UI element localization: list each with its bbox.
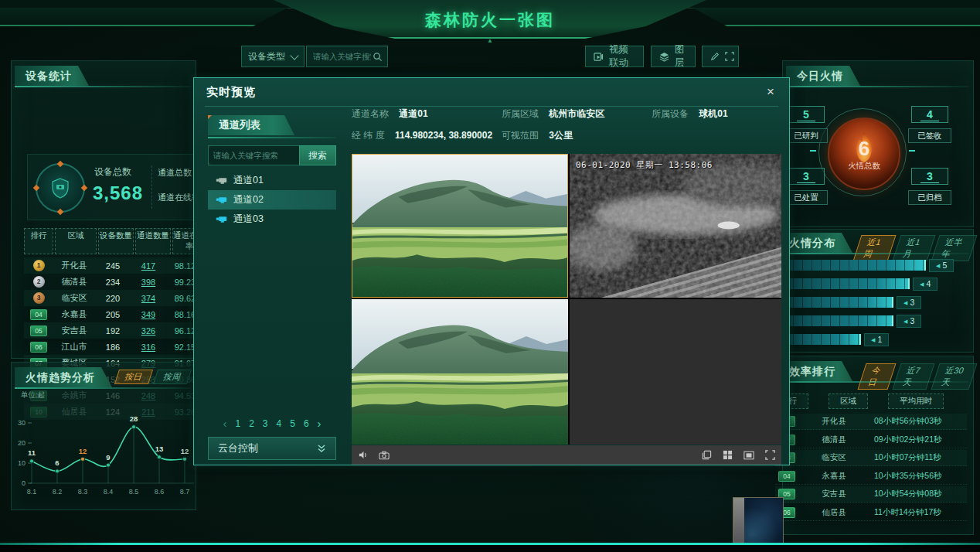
speaker-icon[interactable] bbox=[358, 450, 368, 460]
landscape-video bbox=[352, 299, 568, 445]
efficiency-row[interactable]: 06仙居县11小时14分钟17秒 bbox=[775, 505, 967, 521]
channels-link[interactable]: 374 bbox=[131, 294, 166, 303]
channels-link[interactable]: 349 bbox=[131, 310, 166, 319]
efficiency-row[interactable]: 01开化县08小时56分钟03秒 bbox=[775, 414, 967, 430]
bar-value: 3 bbox=[910, 298, 914, 307]
efficiency-tab-0[interactable]: 今日 bbox=[857, 363, 896, 390]
devices-cell: 192 bbox=[95, 326, 131, 336]
distribution-tab-1[interactable]: 近1月 bbox=[892, 235, 935, 261]
bar-value-chip: ◀3 bbox=[897, 315, 921, 328]
avg-time-cell: 11小时14分钟17秒 bbox=[869, 507, 967, 518]
distribution-bar-row: ◀3 bbox=[775, 296, 921, 308]
efficiency-row[interactable]: 04永嘉县10小时35分钟56秒 bbox=[775, 469, 967, 485]
channels-link[interactable]: 417 bbox=[131, 261, 166, 271]
region-cell: 江山市 bbox=[53, 341, 95, 353]
video-grid: 06-01-2020 星期一 13:58:06 bbox=[352, 154, 781, 445]
prev-page-icon[interactable]: ‹ bbox=[223, 417, 226, 430]
rank-cell: 3 bbox=[24, 292, 53, 304]
video-cell-landscape-2[interactable] bbox=[352, 299, 568, 445]
efficiency-row[interactable]: 02德清县09小时02分钟21秒 bbox=[775, 432, 967, 448]
ptz-control-bar[interactable]: 云台控制 bbox=[208, 437, 336, 460]
channels-link[interactable]: 316 bbox=[131, 342, 166, 352]
grid-view-icon[interactable] bbox=[723, 450, 733, 460]
minimap-thumbnail[interactable] bbox=[733, 497, 784, 543]
info-device: 所属设备 球机01 bbox=[652, 107, 728, 121]
page-number[interactable]: 6 bbox=[304, 418, 309, 429]
video-linkage-label: 视频联动 bbox=[609, 43, 635, 70]
page-number[interactable]: 4 bbox=[277, 418, 282, 429]
efficiency-row[interactable]: 03临安区10小时07分钟11秒 bbox=[775, 450, 967, 466]
video-timestamp: 06-01-2020 星期一 13:58:06 bbox=[576, 159, 713, 171]
region-cell: 开化县 bbox=[53, 260, 95, 271]
page-number[interactable]: 5 bbox=[290, 418, 295, 429]
next-page-icon[interactable]: › bbox=[318, 417, 322, 430]
devices-cell: 245 bbox=[95, 261, 131, 271]
bar-value: 3 bbox=[910, 316, 914, 325]
map-search-box[interactable] bbox=[306, 46, 388, 67]
table-row[interactable]: 1开化县24541798.12% bbox=[24, 257, 206, 274]
device-type-select[interactable]: 设备类型 bbox=[241, 46, 305, 67]
efficiency-tab-2[interactable]: 近30天 bbox=[931, 363, 978, 390]
trend-tab-0[interactable]: 按日 bbox=[114, 370, 153, 384]
fire-stat: 5已研判 bbox=[784, 106, 828, 143]
distribution-tab-2[interactable]: 近半年 bbox=[931, 235, 978, 261]
fire-stat: 3已处置 bbox=[784, 168, 828, 205]
search-icon[interactable] bbox=[373, 52, 383, 62]
trend-line-chart: 01020308.18.28.38.48.58.68.7116129281312 bbox=[12, 401, 197, 503]
distribution-bar-row: ◀4 bbox=[775, 278, 937, 290]
map-search-input[interactable] bbox=[311, 51, 373, 62]
devices-cell: 234 bbox=[95, 278, 131, 287]
distribution-tab-0[interactable]: 近1周 bbox=[852, 235, 896, 261]
channel-item[interactable]: 通道03 bbox=[208, 210, 336, 229]
device-stats-card: 设备总数 3,568 通道总数 6,085 通道在线率 98.12% bbox=[27, 154, 206, 220]
close-all-icon[interactable] bbox=[702, 450, 712, 460]
double-chevron-down-icon bbox=[317, 444, 326, 453]
search-button[interactable]: 搜索 bbox=[299, 145, 336, 165]
live-preview-modal: 实时预览 × 通道列表 搜索 通道01通道02通道03 ‹123456› 云台控… bbox=[193, 77, 790, 465]
svg-text:9: 9 bbox=[106, 453, 110, 462]
page-number[interactable]: 2 bbox=[249, 418, 254, 429]
snapshot-camera-icon[interactable] bbox=[379, 451, 390, 460]
svg-text:12: 12 bbox=[79, 447, 87, 455]
video-linkage-button[interactable]: 视频联动 bbox=[585, 46, 644, 67]
trend-tabs: 按日按周 bbox=[117, 370, 189, 384]
channels-link[interactable]: 398 bbox=[131, 278, 166, 287]
device-stats-title: 设备统计 bbox=[15, 66, 89, 86]
video-cell-empty[interactable] bbox=[570, 299, 781, 445]
single-view-icon[interactable] bbox=[744, 451, 754, 460]
table-row[interactable]: 04永嘉县20534988.16% bbox=[24, 306, 206, 322]
channel-item[interactable]: 通道01 bbox=[208, 171, 336, 190]
video-cell-thermal[interactable]: 06-01-2020 星期一 13:58:06 bbox=[570, 154, 781, 298]
efficiency-row[interactable]: 05安吉县10小时54分钟08秒 bbox=[775, 486, 967, 503]
channel-search-input[interactable] bbox=[208, 145, 299, 165]
device-type-label: 设备类型 bbox=[248, 50, 285, 63]
fullscreen-icon[interactable] bbox=[725, 52, 734, 61]
channel-name-label: 通道名称 bbox=[352, 108, 389, 119]
table-row[interactable]: 3临安区22037489.62% bbox=[24, 290, 206, 306]
chevron-down-icon bbox=[290, 51, 298, 60]
table-row[interactable]: 2德清县23439899.23% bbox=[24, 274, 206, 290]
left-arrow-icon: ◀ bbox=[920, 278, 924, 290]
today-fire-title: 今日火情 bbox=[786, 66, 860, 86]
column-header: 设备数量 bbox=[98, 228, 134, 254]
minimap-image bbox=[744, 498, 783, 543]
channels-link[interactable]: 326 bbox=[131, 326, 166, 336]
divider bbox=[208, 137, 336, 138]
devices-cell: 205 bbox=[95, 310, 131, 319]
channel-list: 通道01通道02通道03 bbox=[208, 171, 336, 229]
layers-button[interactable]: 图层 bbox=[651, 46, 696, 67]
efficiency-tab-1[interactable]: 近7天 bbox=[893, 363, 935, 390]
distribution-bar bbox=[775, 315, 893, 326]
video-fullscreen-icon[interactable] bbox=[765, 450, 775, 460]
table-row[interactable]: 05安吉县19232696.12% bbox=[24, 322, 206, 339]
region-value: 杭州市临安区 bbox=[549, 108, 604, 119]
page-number[interactable]: 3 bbox=[263, 418, 268, 429]
video-cell-selected[interactable] bbox=[352, 154, 568, 298]
channel-item[interactable]: 通道02 bbox=[208, 190, 336, 210]
table-row[interactable]: 06江山市18631692.15% bbox=[24, 339, 206, 355]
page-number[interactable]: 1 bbox=[235, 418, 240, 429]
trend-tab-1[interactable]: 按周 bbox=[153, 370, 192, 384]
pencil-icon[interactable] bbox=[710, 52, 720, 61]
close-icon[interactable]: × bbox=[763, 84, 778, 100]
avg-time-cell: 10小时35分钟56秒 bbox=[869, 471, 967, 482]
